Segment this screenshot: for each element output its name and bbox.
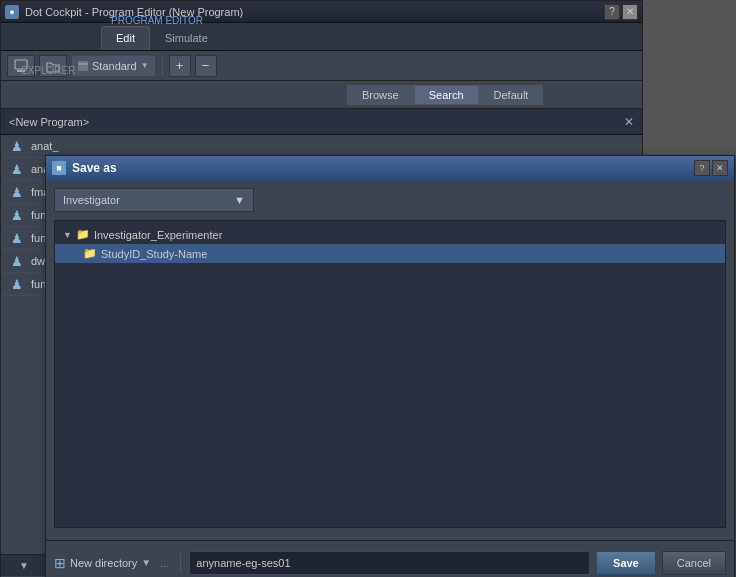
tree-parent-item[interactable]: ▼ 📁 Investigator_Experimenter [55, 225, 725, 244]
file-tree: ▼ 📁 Investigator_Experimenter 📁 StudyID_… [54, 220, 726, 528]
dialog-title: Save as [72, 161, 117, 175]
separator [162, 57, 163, 75]
dialog-controls: ? ✕ [694, 160, 728, 176]
new-directory-button[interactable]: ⊞ New directory ▼ [54, 555, 151, 571]
title-bar: ● Dot Cockpit - Program Editor (New Prog… [1, 1, 642, 23]
default-tab[interactable]: Default [479, 85, 544, 105]
person-icon: ♟ [9, 138, 25, 154]
dialog-footer: ⊞ New directory ▼ ... Save Cancel [46, 540, 734, 577]
investigator-dropdown[interactable]: Investigator ▼ [54, 188, 254, 212]
person-icon: ♟ [9, 253, 25, 269]
folder-icon: 📁 [83, 247, 97, 260]
new-directory-label: New directory [70, 557, 137, 569]
tree-child-label: StudyID_Study-Name [101, 248, 207, 260]
filename-input[interactable] [189, 551, 590, 575]
dialog-title-left: ■ Save as [52, 161, 117, 175]
footer-separator [180, 553, 181, 573]
scroll-indicator[interactable]: ▼ [1, 554, 47, 576]
new-dir-icon: ⊞ [54, 555, 66, 571]
dialog-title-bar: ■ Save as ? ✕ [46, 156, 734, 180]
item-label: anat_ [31, 140, 59, 152]
dropdown-value: Investigator [63, 194, 120, 206]
explorer-label: EXPLORER [11, 61, 85, 80]
save-button[interactable]: Save [596, 551, 656, 575]
tab-edit[interactable]: Edit [101, 26, 150, 50]
zoom-out-button[interactable]: − [195, 55, 217, 77]
help-button[interactable]: ? [604, 4, 620, 20]
dropdown-arrow: ▼ [141, 61, 149, 70]
person-icon: ♟ [9, 161, 25, 177]
dots-button[interactable]: ... [157, 557, 172, 569]
program-bar: <New Program> ✕ [1, 109, 642, 135]
person-icon: ♟ [9, 230, 25, 246]
browse-tab[interactable]: Browse [347, 85, 414, 105]
standard-label: Standard [92, 60, 137, 72]
cancel-button[interactable]: Cancel [662, 551, 726, 575]
dialog-close-button[interactable]: ✕ [712, 160, 728, 176]
dropdown-arrow-icon: ▼ [234, 194, 245, 206]
save-as-dialog: ■ Save as ? ✕ Investigator ▼ ▼ 📁 Investi… [45, 155, 735, 577]
folder-icon: 📁 [76, 228, 90, 241]
zoom-in-button[interactable]: + [169, 55, 191, 77]
close-button[interactable]: ✕ [622, 4, 638, 20]
app-icon: ● [5, 5, 19, 19]
toolbar: Standard ▼ + − [1, 51, 642, 81]
search-bar: Browse Search Default [1, 81, 642, 109]
dialog-icon: ■ [52, 161, 66, 175]
search-tab[interactable]: Search [414, 85, 479, 105]
dialog-body: Investigator ▼ ▼ 📁 Investigator_Experime… [46, 180, 734, 540]
new-dir-arrow: ▼ [141, 557, 151, 568]
tab-simulate[interactable]: Simulate [150, 26, 223, 50]
program-editor-label: PROGRAM EDITOR [101, 13, 223, 26]
person-icon: ♟ [9, 184, 25, 200]
person-icon: ♟ [9, 207, 25, 223]
tree-parent-label: Investigator_Experimenter [94, 229, 222, 241]
dialog-help-button[interactable]: ? [694, 160, 710, 176]
program-name: <New Program> [9, 116, 89, 128]
program-close-button[interactable]: ✕ [624, 115, 634, 129]
tree-child-item[interactable]: 📁 StudyID_Study-Name [55, 244, 725, 263]
title-controls: ? ✕ [604, 4, 638, 20]
tree-expand-arrow: ▼ [63, 230, 72, 240]
person-icon: ♟ [9, 276, 25, 292]
